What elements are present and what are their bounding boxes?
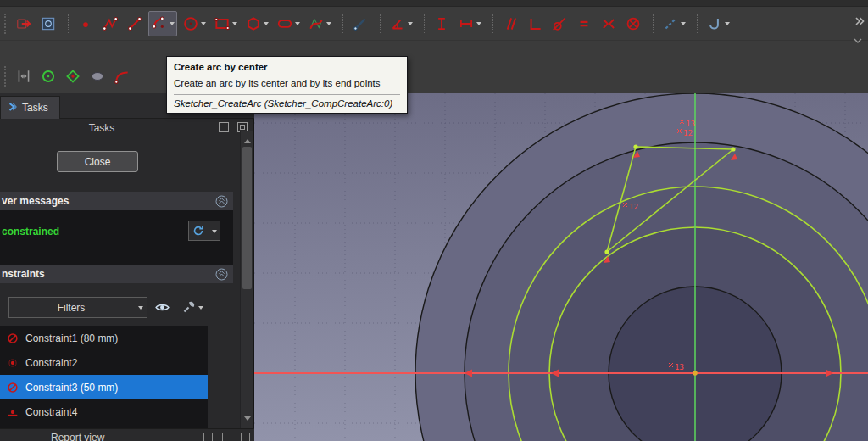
- create-circle-icon[interactable]: [180, 11, 209, 36]
- split-edge-icon[interactable]: [13, 64, 35, 89]
- origin-point[interactable]: [693, 371, 698, 376]
- constraint-value-label[interactable]: 12: [683, 129, 693, 137]
- constraints-list: Constraint1 (80 mm)Constraint2Constraint…: [0, 326, 208, 428]
- diameter-constraint-icon: [6, 381, 19, 394]
- toolbar-separator: [424, 14, 425, 33]
- scrollbar-thumb[interactable]: [242, 147, 252, 289]
- dropdown-arrow-icon[interactable]: [408, 22, 413, 28]
- tasks-tab-arrow-icon: [8, 102, 18, 114]
- toolbar-grip: [4, 14, 8, 34]
- tooltip-description: Create an arc by its center and by its e…: [174, 78, 400, 88]
- report-view-icon-2[interactable]: [222, 433, 231, 441]
- constraint-value-label[interactable]: 13: [675, 363, 684, 371]
- dropdown-arrow-icon[interactable]: [681, 22, 686, 28]
- tooltip-command: Sketcher_CreateArc (Sketcher_CompCreateA…: [174, 94, 400, 109]
- report-view-label: Report view: [51, 432, 104, 441]
- panel-title: Tasks: [0, 122, 203, 134]
- create-edge-icon[interactable]: [349, 11, 371, 36]
- bspline-degree-icon[interactable]: [704, 11, 732, 36]
- constraint-settings-button[interactable]: [181, 299, 203, 315]
- external-geometry-icon[interactable]: [37, 64, 59, 89]
- diameter-constraint-icon: [6, 332, 19, 345]
- constrain-parallel-icon[interactable]: [499, 11, 521, 36]
- toolbar-grip: [4, 66, 8, 87]
- constrain-equal-icon[interactable]: [573, 11, 595, 36]
- constrain-symmetric-icon[interactable]: [598, 11, 620, 36]
- constraint-row[interactable]: Constraint3 (50 mm): [0, 375, 208, 399]
- auto-update-dropdown[interactable]: [208, 220, 220, 241]
- report-view-bar: Report view: [0, 428, 254, 441]
- create-arc-icon[interactable]: [148, 11, 177, 36]
- report-view-icon-3[interactable]: [241, 433, 250, 441]
- create-polyline-icon[interactable]: [99, 11, 121, 36]
- fillet-icon[interactable]: [111, 64, 133, 89]
- create-point-icon[interactable]: [75, 11, 97, 36]
- toggle-construction-icon[interactable]: [659, 11, 688, 36]
- create-slot-icon[interactable]: [274, 11, 303, 36]
- auto-update-button[interactable]: [188, 220, 209, 241]
- leave-sketch-icon[interactable]: [13, 11, 35, 36]
- refresh-icon: [192, 224, 205, 237]
- tasks-panel: Tasks Close ver messages constrained nst…: [0, 119, 254, 428]
- solver-status: constrained: [2, 226, 59, 237]
- constraint-label: Constraint1 (80 mm): [25, 332, 118, 344]
- dropdown-arrow-icon: [138, 306, 143, 312]
- toolbar-row1: [0, 7, 868, 41]
- show-hide-constraints-button[interactable]: [154, 299, 170, 318]
- constraint-row[interactable]: Constraint4: [0, 399, 208, 424]
- coincident-constraint-icon: [6, 356, 19, 370]
- constraint-value-label[interactable]: 12: [629, 203, 638, 211]
- dropdown-arrow-icon[interactable]: [295, 22, 300, 28]
- constrain-block-icon[interactable]: [622, 11, 644, 36]
- collapse-section-icon[interactable]: [215, 268, 228, 281]
- create-rectangle-icon[interactable]: [211, 11, 240, 36]
- dropdown-arrow-icon[interactable]: [232, 22, 237, 28]
- close-button[interactable]: Close: [57, 151, 138, 172]
- top-strip: [0, 0, 868, 7]
- constraint-value-label[interactable]: 13: [686, 120, 695, 128]
- point-on-object-constraint-icon: [6, 405, 19, 419]
- wrench-icon: [181, 299, 197, 315]
- toolbar-separator: [342, 14, 343, 33]
- tab-tasks[interactable]: Tasks: [0, 96, 60, 119]
- create-bspline-icon[interactable]: [305, 11, 334, 36]
- constrain-distance-x-icon[interactable]: [455, 11, 484, 36]
- create-ellipse-icon[interactable]: [86, 64, 108, 89]
- collapse-section-icon[interactable]: [215, 195, 228, 208]
- filters-dropdown[interactable]: Filters: [8, 297, 134, 318]
- dropdown-arrow-icon[interactable]: [476, 22, 481, 28]
- float-panel-icon[interactable]: [219, 122, 229, 132]
- create-line-icon[interactable]: [124, 11, 146, 36]
- dropdown-arrow-icon[interactable]: [326, 22, 331, 28]
- filters-arrow-button[interactable]: [133, 297, 147, 318]
- constrain-distance-y-icon[interactable]: [431, 11, 453, 36]
- carbon-copy-icon[interactable]: [62, 64, 84, 89]
- panel-header: Tasks: [0, 119, 253, 137]
- scroll-up-icon[interactable]: [244, 136, 251, 143]
- tooltip-title: Create arc by center: [174, 62, 400, 72]
- constraints-header[interactable]: nstraints: [0, 265, 233, 283]
- constraint-label: Constraint2: [25, 357, 77, 369]
- dropdown-arrow-icon[interactable]: [201, 22, 206, 28]
- scroll-down-icon[interactable]: [244, 416, 251, 424]
- constraint-row[interactable]: Constraint2: [0, 350, 208, 375]
- dropdown-arrow-icon[interactable]: [170, 22, 175, 28]
- report-view-icon-1[interactable]: [203, 433, 213, 441]
- view-sketch-icon[interactable]: [37, 11, 59, 36]
- constrain-perpendicular-icon[interactable]: [524, 11, 546, 36]
- constrain-angle-icon[interactable]: [387, 11, 415, 36]
- dropdown-arrow-icon: [212, 230, 217, 236]
- tasks-tab-label: Tasks: [22, 102, 48, 114]
- constraint-row[interactable]: Constraint1 (80 mm): [0, 326, 208, 350]
- constrain-tangent-icon[interactable]: [548, 11, 570, 36]
- 3d-viewport[interactable]: 13121213: [254, 93, 868, 441]
- toolbar-extension-down-icon[interactable]: [853, 36, 863, 47]
- solver-messages-header[interactable]: ver messages: [0, 192, 233, 210]
- toolbar-separator: [68, 14, 69, 33]
- create-polygon-icon[interactable]: [242, 11, 271, 36]
- dropdown-arrow-icon[interactable]: [725, 22, 730, 28]
- toolbar-separator: [492, 14, 493, 33]
- dropdown-arrow-icon[interactable]: [264, 22, 269, 28]
- panel-scrollbar[interactable]: [240, 131, 253, 428]
- toolbar-extension-icon[interactable]: [854, 15, 865, 30]
